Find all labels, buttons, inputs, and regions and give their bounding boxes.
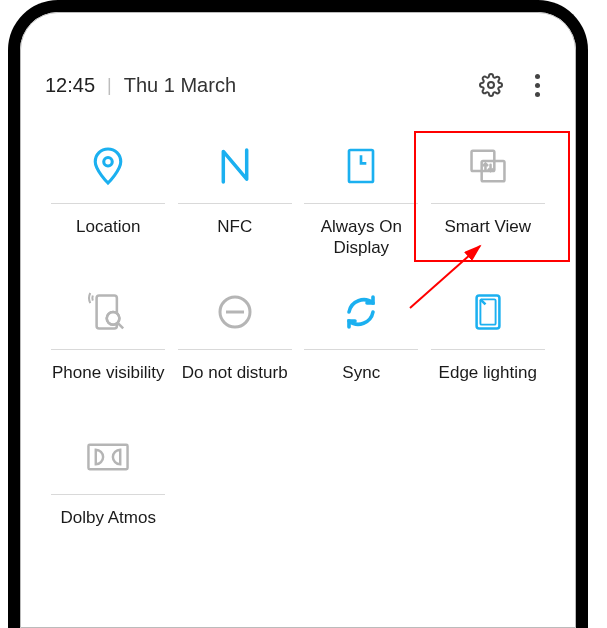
quick-settings-grid: Location NFC (45, 131, 551, 567)
gear-icon (479, 73, 503, 97)
svg-point-0 (488, 82, 494, 88)
tile-location[interactable]: Location (45, 131, 172, 277)
svg-point-1 (104, 158, 113, 167)
tile-label: Smart View (442, 216, 533, 258)
location-pin-icon (91, 146, 125, 186)
tile-label: Always On Display (298, 216, 425, 259)
svg-rect-2 (349, 150, 373, 182)
tile-label: Edge lighting (437, 362, 539, 404)
tile-label: Do not disturb (180, 362, 290, 404)
tile-sync[interactable]: Sync (298, 277, 425, 422)
status-divider: | (107, 75, 112, 96)
dolby-atmos-icon (86, 442, 130, 472)
tile-nfc[interactable]: NFC (172, 131, 299, 277)
always-on-display-icon (345, 147, 377, 185)
tile-label: NFC (215, 216, 254, 258)
svg-rect-13 (89, 444, 128, 468)
do-not-disturb-icon (217, 294, 253, 330)
edge-lighting-icon (472, 293, 504, 331)
tile-do-not-disturb[interactable]: Do not disturb (172, 277, 299, 422)
tile-label: Phone visibility (50, 362, 166, 404)
more-button[interactable] (523, 71, 551, 99)
tile-edge-lighting[interactable]: Edge lighting (425, 277, 552, 422)
smart-view-icon (469, 148, 507, 184)
tile-label: Location (74, 216, 142, 258)
tile-label: Dolby Atmos (59, 507, 158, 549)
sync-icon (343, 294, 379, 330)
tile-always-on-display[interactable]: Always On Display (298, 131, 425, 277)
phone-visibility-icon (90, 293, 126, 331)
nfc-icon (217, 147, 253, 185)
status-date: Thu 1 March (124, 74, 236, 97)
tile-smart-view[interactable]: Smart View (425, 131, 552, 277)
tile-phone-visibility[interactable]: Phone visibility (45, 277, 172, 422)
phone-frame: 12:45 | Thu 1 March (8, 0, 588, 628)
phone-side-button (576, 352, 582, 442)
status-time: 12:45 (45, 74, 95, 97)
settings-button[interactable] (477, 71, 505, 99)
tile-label: Sync (340, 362, 382, 404)
more-vertical-icon (535, 74, 540, 97)
status-bar: 12:45 | Thu 1 March (45, 65, 551, 105)
svg-line-8 (118, 323, 123, 328)
tile-dolby-atmos[interactable]: Dolby Atmos (45, 422, 172, 567)
